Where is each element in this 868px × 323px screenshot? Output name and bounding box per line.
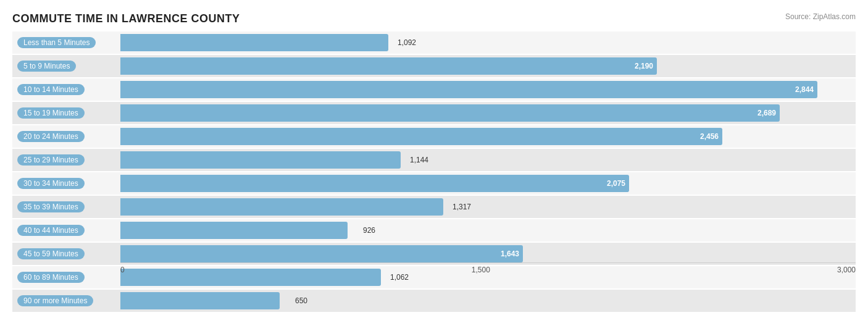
bar-row: 30 to 34 Minutes2,075 [12,172,856,195]
bar-label: 45 to 59 Minutes [12,248,120,259]
bars-area: Less than 5 Minutes1,0925 to 9 Minutes2,… [12,31,856,274]
bar-track: 2,456 [120,125,856,148]
bar-fill: 2,190 [120,57,657,75]
bar-fill: 1,317 [120,198,443,216]
bar-label: 15 to 19 Minutes [12,107,120,119]
bar-fill: 2,689 [120,104,780,122]
bar-value-label: 2,689 [757,109,776,117]
bar-row: 25 to 29 Minutes1,144 [12,149,856,171]
bar-value-label: 2,075 [607,179,625,188]
bar-track: 2,689 [120,102,856,124]
source-text: Source: ZipAtlas.com [785,12,856,21]
bar-row: 45 to 59 Minutes1,643 [12,243,856,265]
bar-value-label: 1,092 [398,38,416,47]
chart-container: COMMUTE TIME IN LAWRENCE COUNTY Source: … [0,0,868,323]
bar-label: 35 to 39 Minutes [12,201,120,212]
bar-row: 90 or more Minutes650 [12,290,856,312]
bar-track: 926 [120,219,856,241]
bar-row: 10 to 14 Minutes2,844 [12,78,856,101]
x-axis-label: 3,000 [837,266,856,274]
bar-value-label: 1,643 [501,250,519,258]
bar-label: Less than 5 Minutes [12,37,120,48]
bar-fill: 2,456 [120,128,722,145]
bar-label: 25 to 29 Minutes [12,154,120,166]
bar-track: 2,075 [120,172,856,195]
bar-fill: 926 [120,222,348,239]
bar-value-label: 1,062 [390,273,409,282]
bar-fill: 650 [120,292,280,309]
bar-fill: 2,075 [120,175,629,192]
bar-label: 20 to 24 Minutes [12,131,120,142]
bar-fill: 1,092 [120,34,388,51]
bar-value-label: 1,144 [410,156,428,164]
bar-row: 40 to 44 Minutes926 [12,219,856,241]
bar-value-label: 1,317 [453,203,471,211]
bar-label: 90 or more Minutes [12,295,120,306]
bar-row: 15 to 19 Minutes2,689 [12,102,856,124]
bar-label: 40 to 44 Minutes [12,225,120,236]
bar-track: 2,844 [120,78,856,101]
bar-track: 1,643 [120,243,856,265]
x-axis-label: 1,500 [472,266,490,274]
bar-track: 650 [120,290,856,312]
bar-track: 1,317 [120,196,856,218]
bar-value-label: 650 [295,296,307,305]
bar-track: 1,092 [120,31,856,54]
bar-fill: 1,144 [120,151,401,169]
bar-fill: 1,643 [120,245,523,262]
bar-value-label: 2,844 [795,85,814,94]
bar-fill: 2,844 [120,81,817,98]
bar-value-label: 926 [363,226,375,235]
bar-track: 1,144 [120,149,856,171]
bar-label: 30 to 34 Minutes [12,178,120,189]
bar-value-label: 2,190 [635,62,653,70]
bar-row: 35 to 39 Minutes1,317 [12,196,856,218]
bar-track: 2,190 [120,55,856,77]
bar-label: 5 to 9 Minutes [12,61,120,72]
bar-row: Less than 5 Minutes1,092 [12,31,856,54]
bar-row: 20 to 24 Minutes2,456 [12,125,856,148]
bar-label: 10 to 14 Minutes [12,84,120,95]
bar-row: 5 to 9 Minutes2,190 [12,55,856,77]
bar-value-label: 2,456 [700,132,719,141]
x-axis: 01,5003,000 [120,262,856,274]
x-axis-label: 0 [120,266,125,274]
chart-title: COMMUTE TIME IN LAWRENCE COUNTY [12,12,856,25]
bar-label: 60 to 89 Minutes [12,272,120,283]
